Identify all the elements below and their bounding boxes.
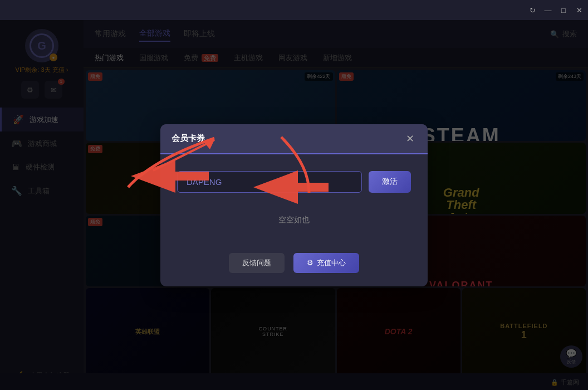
modal-title: 会员卡券 xyxy=(171,133,205,144)
modal-body: 激活 空空如也 xyxy=(160,154,428,253)
recharge-label: 充值中心 xyxy=(317,258,346,268)
coupon-input[interactable] xyxy=(177,171,362,193)
modal-overlay: 会员卡券 ✕ 激活 空空如也 反馈问题 ⚙ 充值中心 xyxy=(0,20,588,390)
title-bar: ↻ — □ ✕ xyxy=(0,0,588,20)
maximize-button[interactable]: □ xyxy=(559,6,568,14)
feedback-button[interactable]: 反馈问题 xyxy=(229,253,285,273)
refresh-button[interactable]: ↻ xyxy=(528,6,537,14)
recharge-button[interactable]: ⚙ 充值中心 xyxy=(293,253,359,273)
modal-input-row: 激活 xyxy=(177,171,411,193)
modal-footer: 反馈问题 ⚙ 充值中心 xyxy=(160,253,428,286)
modal-close-button[interactable]: ✕ xyxy=(403,132,416,145)
modal-header: 会员卡券 ✕ xyxy=(160,124,428,154)
activate-button[interactable]: 激活 xyxy=(369,171,411,193)
window-controls: ↻ — □ ✕ xyxy=(528,6,584,14)
recharge-icon: ⚙ xyxy=(307,259,313,267)
minimize-button[interactable]: — xyxy=(543,6,552,14)
empty-text: 空空如也 xyxy=(177,215,411,225)
close-button[interactable]: ✕ xyxy=(575,6,584,14)
member-coupon-modal: 会员卡券 ✕ 激活 空空如也 反馈问题 ⚙ 充值中心 xyxy=(160,124,428,286)
